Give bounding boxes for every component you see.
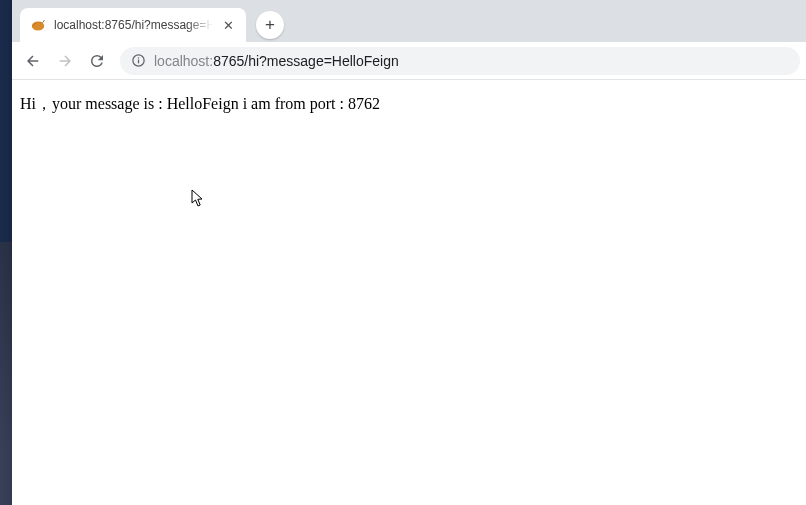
url-path: 8765/hi?message=HelloFeign (213, 53, 399, 69)
arrow-right-icon (56, 52, 74, 70)
url-text: localhost:8765/hi?message=HelloFeign (154, 53, 399, 69)
address-bar[interactable]: localhost:8765/hi?message=HelloFeign (120, 47, 800, 75)
tab-title: localhost:8765/hi?message=H (54, 18, 216, 32)
svg-rect-3 (137, 57, 138, 58)
page-content: Hi，your message is : HelloFeign i am fro… (12, 80, 806, 129)
browser-toolbar: localhost:8765/hi?message=HelloFeign (12, 42, 806, 80)
plus-icon: + (265, 15, 275, 35)
response-body-text: Hi，your message is : HelloFeign i am fro… (20, 95, 380, 112)
reload-button[interactable] (82, 46, 112, 76)
site-info-icon[interactable] (130, 53, 146, 69)
browser-window: localhost:8765/hi?message=H ✕ + localhos… (12, 0, 806, 505)
forward-button[interactable] (50, 46, 80, 76)
close-icon[interactable]: ✕ (220, 17, 236, 33)
back-button[interactable] (18, 46, 48, 76)
reload-icon (88, 52, 106, 70)
arrow-left-icon (24, 52, 42, 70)
new-tab-button[interactable]: + (256, 11, 284, 39)
tab-strip: localhost:8765/hi?message=H ✕ + (12, 0, 806, 42)
url-host-dim: localhost: (154, 53, 213, 69)
svg-rect-2 (137, 60, 138, 64)
browser-tab-active[interactable]: localhost:8765/hi?message=H ✕ (20, 8, 246, 42)
svg-point-0 (32, 21, 44, 30)
tab-favicon-icon (30, 17, 46, 33)
